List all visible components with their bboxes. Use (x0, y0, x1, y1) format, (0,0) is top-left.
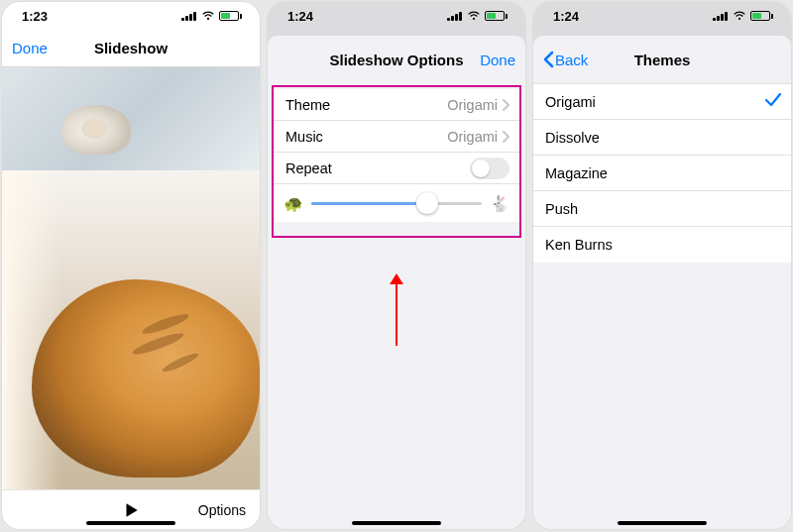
theme-option-label: Push (545, 201, 578, 217)
status-icons (713, 9, 773, 23)
theme-option-label: Origami (545, 94, 596, 110)
status-time: 1:24 (553, 9, 579, 24)
themes-sheet: Back Themes OrigamiDissolveMagazinePushK… (533, 36, 791, 529)
back-label: Back (555, 52, 588, 68)
cellular-signal-icon (713, 11, 729, 21)
cellular-signal-icon (447, 11, 463, 21)
theme-option[interactable]: Magazine (533, 156, 791, 191)
cellular-signal-icon (181, 11, 197, 21)
home-indicator[interactable] (86, 521, 175, 525)
theme-option[interactable]: Push (533, 191, 791, 227)
status-time: 1:24 (287, 9, 313, 24)
options-list: Theme Origami Music Origami (274, 89, 519, 222)
battery-icon (485, 11, 508, 21)
slideshow-viewport[interactable] (2, 67, 260, 489)
music-row[interactable]: Music Origami (274, 121, 519, 153)
speed-slider[interactable] (311, 202, 482, 205)
status-bar: 1:24 (268, 2, 525, 30)
sheet-title: Themes (634, 52, 691, 68)
wifi-icon (201, 9, 215, 23)
slide-thumbnail-2 (2, 170, 260, 489)
theme-option[interactable]: Ken Burns (533, 227, 791, 263)
repeat-row: Repeat (274, 153, 519, 184)
theme-option[interactable]: Dissolve (533, 120, 791, 156)
wifi-icon (733, 9, 746, 23)
tortoise-icon: 🐢 (283, 194, 303, 213)
home-indicator[interactable] (618, 521, 707, 525)
options-sheet: Slideshow Options Done Theme Origami Mus… (268, 36, 525, 529)
slide-thumbnail-1 (2, 67, 260, 170)
theme-option[interactable]: Origami (533, 84, 791, 120)
speed-slider-row: 🐢 🐇 (274, 184, 519, 222)
nav-title: Slideshow (94, 40, 168, 56)
theme-option-label: Ken Burns (545, 237, 613, 253)
theme-option-label: Dissolve (545, 130, 600, 146)
status-bar: 1:23 (2, 2, 260, 30)
status-bar: 1:24 (533, 2, 791, 30)
annotation-highlight: Theme Origami Music Origami (272, 85, 521, 238)
sheet-header: Back Themes (533, 36, 791, 83)
checkmark-icon (765, 93, 781, 110)
battery-icon (750, 11, 773, 21)
done-button[interactable]: Done (480, 36, 515, 83)
back-button[interactable]: Back (543, 36, 588, 83)
repeat-label: Repeat (285, 160, 332, 176)
music-label: Music (285, 129, 323, 145)
themes-screen: 1:24 Back Themes OrigamiDissolveMagazine… (533, 2, 791, 529)
sheet-header: Slideshow Options Done (268, 36, 525, 83)
chevron-left-icon (543, 51, 554, 68)
theme-value: Origami (447, 97, 498, 113)
status-icons (447, 9, 508, 23)
home-indicator[interactable] (352, 521, 441, 525)
hare-icon: 🐇 (490, 194, 510, 213)
status-time: 1:23 (22, 9, 48, 24)
themes-list: OrigamiDissolveMagazinePushKen Burns (533, 83, 791, 263)
slider-thumb[interactable] (416, 192, 438, 214)
nav-bar: Done Slideshow (2, 30, 260, 67)
options-button[interactable]: Options (198, 502, 246, 518)
battery-icon (219, 11, 242, 21)
chevron-right-icon (502, 99, 510, 111)
slideshow-options-screen: 1:24 Slideshow Options Done Theme (268, 2, 525, 529)
theme-label: Theme (285, 97, 330, 113)
play-button[interactable] (122, 501, 140, 519)
theme-option-label: Magazine (545, 165, 608, 181)
theme-row[interactable]: Theme Origami (274, 89, 519, 121)
slideshow-screen: 1:23 Done Slideshow Options (2, 2, 260, 529)
music-value: Origami (447, 129, 498, 145)
repeat-toggle[interactable] (470, 158, 510, 179)
status-icons (181, 9, 242, 23)
sheet-title: Slideshow Options (329, 52, 463, 68)
annotation-arrow-icon (390, 273, 403, 346)
wifi-icon (467, 9, 481, 23)
chevron-right-icon (502, 131, 510, 143)
done-button[interactable]: Done (12, 30, 48, 66)
